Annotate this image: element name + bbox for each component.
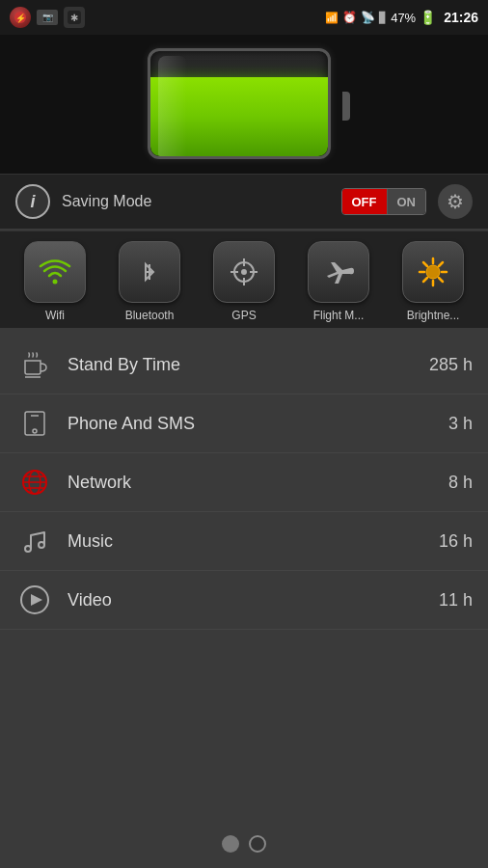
network-bars: ▊ bbox=[379, 12, 387, 24]
svg-marker-31 bbox=[31, 594, 42, 606]
saving-mode-toggle[interactable]: OFF ON bbox=[341, 188, 427, 215]
stat-phone[interactable]: Phone And SMS 3 h bbox=[0, 394, 488, 453]
flight-mode-label: Flight M... bbox=[313, 309, 365, 322]
wifi-status-icon: 📡 bbox=[361, 11, 375, 24]
page-dot-1[interactable] bbox=[222, 835, 239, 853]
quick-toggles-bar: Wifi Bluetooth GPS bbox=[0, 231, 488, 328]
flight-mode-icon bbox=[321, 255, 356, 289]
svg-point-6 bbox=[241, 269, 247, 275]
battery-shine bbox=[158, 56, 187, 159]
battery-body bbox=[148, 48, 331, 159]
stat-network[interactable]: Network 8 h bbox=[0, 453, 488, 512]
wifi-label: Wifi bbox=[45, 309, 65, 322]
bluetooth-icon bbox=[132, 255, 167, 289]
svg-text:⚡: ⚡ bbox=[15, 13, 27, 24]
brightness-toggle-button[interactable] bbox=[402, 241, 464, 303]
svg-line-17 bbox=[439, 278, 443, 282]
toggle-bluetooth[interactable]: Bluetooth bbox=[111, 241, 188, 322]
toggle-gps[interactable]: GPS bbox=[205, 241, 283, 322]
music-icon bbox=[15, 522, 54, 560]
time-display: 21:26 bbox=[444, 10, 478, 25]
flight-mode-toggle-button[interactable] bbox=[308, 241, 369, 303]
svg-line-18 bbox=[439, 262, 443, 266]
gps-icon bbox=[227, 255, 261, 289]
video-icon bbox=[15, 581, 54, 619]
battery-tip bbox=[342, 92, 350, 121]
video-name: Video bbox=[68, 590, 425, 610]
svg-point-29 bbox=[39, 542, 44, 548]
battery-visual bbox=[148, 48, 340, 164]
network-icon bbox=[15, 463, 54, 502]
bluetooth-toggle-button[interactable] bbox=[119, 241, 180, 303]
network-name: Network bbox=[68, 473, 435, 493]
gps-toggle-button[interactable] bbox=[213, 241, 275, 303]
svg-point-11 bbox=[426, 265, 440, 279]
standby-icon bbox=[15, 345, 54, 384]
bluetooth-label: Bluetooth bbox=[125, 309, 175, 322]
stat-video[interactable]: Video 11 h bbox=[0, 571, 488, 630]
settings-button[interactable]: ⚙ bbox=[438, 184, 473, 219]
phone-icon bbox=[15, 404, 54, 443]
svg-line-16 bbox=[423, 262, 427, 266]
svg-point-28 bbox=[25, 546, 31, 552]
gps-label: GPS bbox=[231, 309, 256, 322]
standby-value: 285 h bbox=[429, 355, 473, 375]
battery-icon: 📶 bbox=[325, 12, 339, 24]
svg-line-19 bbox=[423, 278, 427, 282]
music-name: Music bbox=[68, 531, 425, 552]
app-icon: ⚡ bbox=[10, 7, 31, 28]
info-button[interactable]: i bbox=[15, 184, 50, 219]
video-value: 11 h bbox=[439, 590, 473, 610]
status-bar: ⚡ 📷 ✱ 📶 ⏰ 📡 ▊ 47% 🔋 21:26 bbox=[0, 0, 488, 35]
battery-level-icon: 🔋 bbox=[420, 10, 436, 25]
svg-text:✱: ✱ bbox=[70, 13, 78, 23]
page-dot-2[interactable] bbox=[249, 835, 266, 853]
saving-mode-bar: i Saving Mode OFF ON ⚙ bbox=[0, 174, 488, 229]
phone-value: 3 h bbox=[448, 414, 473, 434]
standby-name: Stand By Time bbox=[68, 355, 416, 375]
toggle-off-label[interactable]: OFF bbox=[342, 189, 388, 214]
battery-percent: 47% bbox=[391, 11, 416, 25]
network-value: 8 h bbox=[448, 473, 473, 493]
page-indicators bbox=[222, 835, 266, 853]
toggle-wifi[interactable]: Wifi bbox=[16, 241, 94, 322]
battery-section bbox=[0, 35, 488, 174]
stat-music[interactable]: Music 16 h bbox=[0, 512, 488, 571]
battery-stats-list: Stand By Time 285 h Phone And SMS 3 h Ne… bbox=[0, 328, 488, 637]
music-value: 16 h bbox=[439, 531, 473, 552]
toggle-brightness[interactable]: Brightne... bbox=[394, 241, 472, 322]
stat-standby[interactable]: Stand By Time 285 h bbox=[0, 336, 488, 394]
brightness-icon bbox=[416, 255, 450, 289]
bbm-icon: ✱ bbox=[64, 7, 85, 28]
photo-icon: 📷 bbox=[37, 10, 58, 25]
status-left-icons: ⚡ 📷 ✱ bbox=[10, 7, 85, 28]
saving-mode-label: Saving Mode bbox=[62, 193, 330, 210]
svg-point-21 bbox=[33, 429, 37, 433]
toggle-flight-mode[interactable]: Flight M... bbox=[300, 241, 377, 322]
status-right-icons: 📶 ⏰ 📡 ▊ 47% 🔋 21:26 bbox=[325, 10, 478, 25]
phone-name: Phone And SMS bbox=[68, 414, 435, 434]
brightness-label: Brightne... bbox=[407, 309, 460, 322]
svg-point-4 bbox=[53, 280, 58, 285]
toggle-on-label[interactable]: ON bbox=[388, 189, 426, 214]
wifi-icon bbox=[38, 255, 72, 289]
alarm-icon: ⏰ bbox=[342, 11, 357, 24]
wifi-toggle-button[interactable] bbox=[24, 241, 86, 303]
